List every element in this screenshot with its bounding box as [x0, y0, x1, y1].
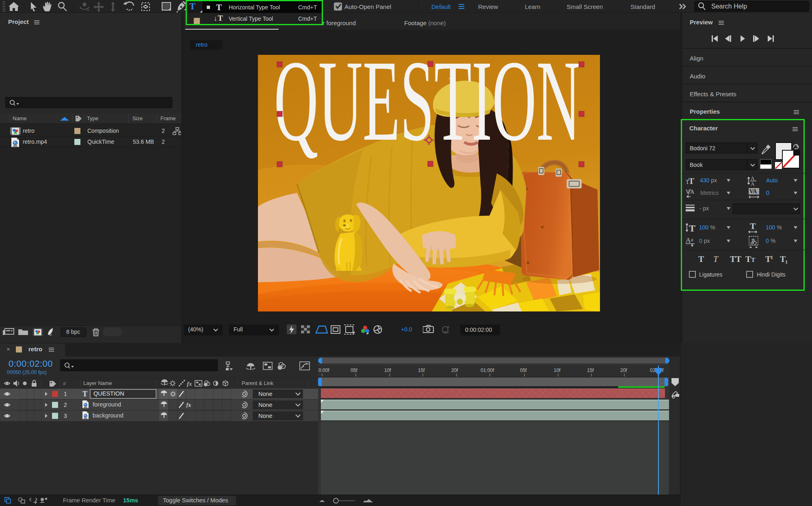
svg-text:#: # — [63, 381, 66, 387]
svg-text:2: 2 — [64, 402, 67, 408]
svg-text:T: T — [713, 254, 719, 264]
svg-text:QUESTION: QUESTION — [274, 55, 581, 165]
svg-text:T: T — [689, 223, 695, 234]
svg-text:A: A — [751, 175, 755, 181]
svg-text:T: T — [750, 222, 756, 231]
svg-text:a: a — [691, 237, 693, 242]
svg-text:VA: VA — [749, 188, 757, 195]
svg-text:None: None — [258, 413, 273, 419]
svg-text:None: None — [258, 402, 273, 408]
svg-text:T: T — [689, 176, 694, 186]
svg-text:A: A — [686, 236, 691, 244]
svg-text:1: 1 — [785, 259, 788, 265]
svg-text:T: T — [82, 390, 87, 398]
svg-text:T: T — [698, 254, 704, 264]
svg-text:1: 1 — [64, 391, 67, 397]
svg-text:3: 3 — [64, 413, 67, 419]
svg-text:あ: あ — [750, 238, 757, 245]
svg-text:T: T — [780, 254, 786, 264]
svg-text:T: T — [751, 257, 755, 263]
svg-text:1: 1 — [771, 255, 773, 260]
svg-text:fx: fx — [187, 381, 192, 387]
svg-text:TT: TT — [730, 254, 741, 264]
svg-text:T: T — [745, 254, 751, 264]
svg-text:A: A — [751, 181, 755, 187]
svg-text:fx: fx — [186, 402, 191, 408]
svg-text:A: A — [690, 189, 695, 195]
svg-text:None: None — [258, 391, 273, 397]
svg-text:T: T — [765, 254, 771, 264]
